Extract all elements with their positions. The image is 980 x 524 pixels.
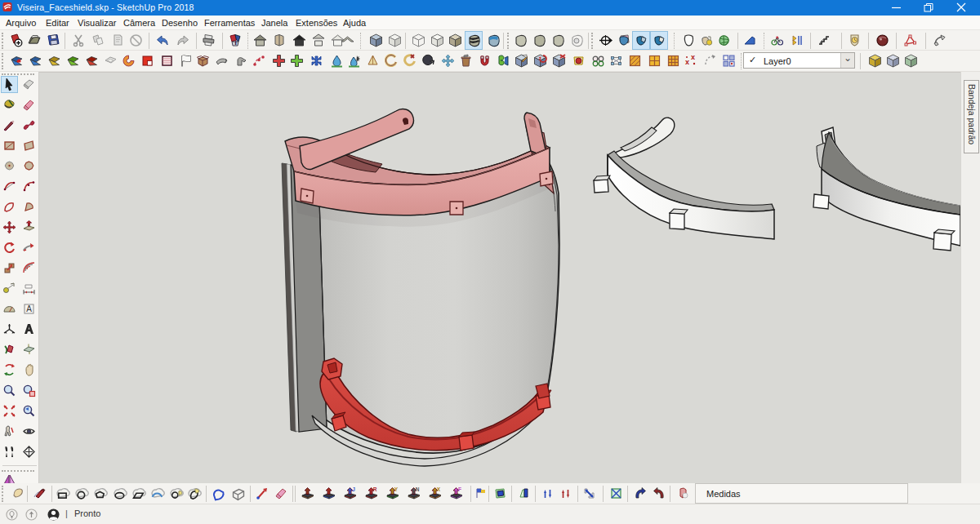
svg-text:F: F	[458, 486, 461, 492]
svg-text:Y: Y	[394, 486, 399, 492]
svg-text:R: R	[373, 486, 377, 492]
svg-text:x: x	[691, 54, 695, 61]
svg-text:N: N	[416, 486, 420, 492]
svg-text:A: A	[26, 304, 32, 313]
svg-text:X: X	[437, 486, 441, 492]
svg-text:x: x	[685, 58, 689, 66]
svg-text:i: i	[235, 39, 237, 47]
svg-text:J: J	[352, 486, 355, 492]
